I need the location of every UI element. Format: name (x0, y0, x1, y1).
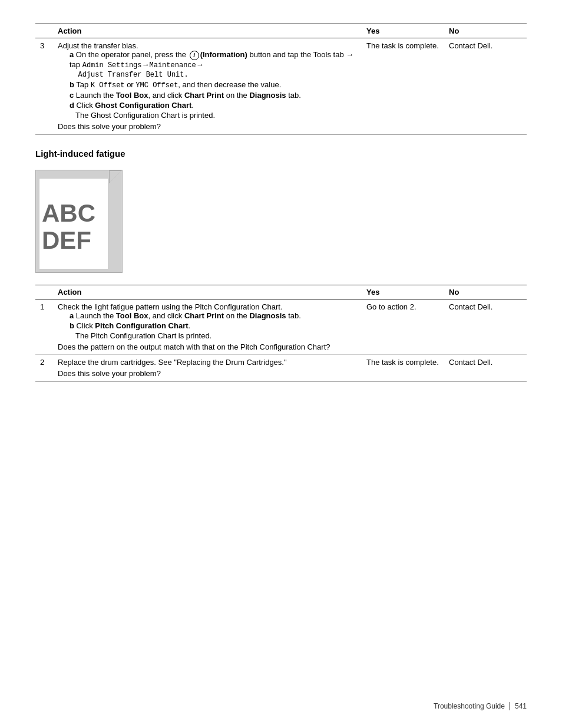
table2-header-action: Action (53, 285, 362, 299)
table1-header-yes: Yes (362, 24, 444, 38)
action-a-text: On the operator panel, press the (76, 50, 189, 59)
table1-header-num (35, 24, 53, 38)
doc-paper: ABC DEF (35, 170, 123, 273)
row-number: 1 (35, 299, 53, 354)
does-solve-text: Does the pattern on the output match wit… (58, 342, 357, 351)
launch-text: Launch the (76, 311, 116, 320)
table2-header-num (35, 285, 53, 299)
chart-print-bold: Chart Print (184, 311, 224, 320)
action-b: b Click Pitch Configuration Chart. (70, 321, 357, 330)
row-number: 3 (35, 38, 53, 134)
document-image: ABC DEF (35, 167, 130, 273)
row-number: 2 (35, 354, 53, 381)
step-label-b: b (70, 80, 74, 89)
row-action: Replace the drum cartridges. See "Replac… (53, 354, 362, 381)
action-d: d Click Ghost Configuration Chart. (70, 101, 357, 110)
launch-text: Launch the (76, 91, 116, 100)
information-bold: (Information) (200, 50, 247, 59)
action-main: Replace the drum cartridges. See "Replac… (58, 358, 287, 367)
period-d: . (191, 101, 194, 110)
adjust-belt-mono: Adjust Transfer Belt Unit. (78, 71, 188, 79)
admin-settings-mono: Admin Settings (82, 61, 142, 70)
does-solve-text: Does this solve your problem? (58, 369, 357, 378)
click-text: Click (77, 321, 95, 330)
click-text: , and click (148, 311, 184, 320)
row-yes: Go to action 2. (362, 299, 444, 354)
tab-text: tab. (286, 311, 301, 320)
chart-print-bold: Chart Print (184, 91, 224, 100)
row-action: Check the light fatigue pattern using th… (53, 299, 362, 354)
k-offset-mono: K Offset (91, 81, 125, 90)
step-label-b: b (70, 321, 74, 330)
step-label-d: d (70, 101, 74, 110)
table1-header-action: Action (53, 24, 362, 38)
table2-header-no: No (444, 285, 527, 299)
page-content: Action Yes No 3 Adjust the transfer bias… (0, 0, 562, 431)
doc-text: ABC DEF (42, 200, 95, 254)
page-footer: Troubleshooting Guide 541 (434, 702, 527, 710)
step-label-c: c (70, 91, 74, 100)
info-icon: i (190, 51, 199, 60)
table1-header-no: No (444, 24, 527, 38)
click-text-d: Click (77, 101, 95, 110)
tap-text: Tap (76, 80, 91, 89)
on-the-text: on the (224, 311, 249, 320)
section-heading: Light-induced fatigue (35, 149, 527, 159)
diagnosis-bold: Diagnosis (249, 91, 286, 100)
action-c: c Launch the Tool Box, and click Chart P… (70, 91, 357, 100)
toolbox-bold: Tool Box (116, 311, 148, 320)
maintenance-mono: Maintenance (150, 61, 196, 70)
table-row: 1 Check the light fatigue pattern using … (35, 299, 527, 354)
decrease-text: , and then decrease the value. (178, 80, 281, 89)
table-row: 2 Replace the drum cartridges. See "Repl… (35, 354, 527, 381)
row-yes: The task is complete. (362, 38, 444, 134)
footer-text: Troubleshooting Guide (434, 702, 505, 710)
diagnosis-bold: Diagnosis (249, 311, 286, 320)
ghost-printed-text: The Ghost Configuration Chart is printed… (75, 111, 357, 120)
ymc-offset-mono: YMC Offset (135, 81, 178, 90)
click-text: , and click (148, 91, 184, 100)
table2: Action Yes No 1 Check the light fatigue … (35, 285, 527, 381)
footer-separator (510, 702, 510, 710)
table1: Action Yes No 3 Adjust the transfer bias… (35, 24, 527, 134)
table-row: 3 Adjust the transfer bias. a On the ope… (35, 38, 527, 134)
step-label-a: a (70, 311, 74, 320)
action-a: a On the operator panel, press the i(Inf… (70, 50, 357, 79)
ghost-config-bold: Ghost Configuration Chart (95, 101, 191, 110)
doc-corner-white (110, 171, 121, 183)
pitch-printed-text: The Pitch Configuration Chart is printed… (75, 331, 357, 340)
period-b: . (189, 321, 191, 330)
action-main: Check the light fatigue pattern using th… (58, 302, 283, 311)
pitch-config-bold: Pitch Configuration Chart (95, 321, 188, 330)
action-main: Adjust the transfer bias. (58, 41, 138, 50)
page-number: 541 (515, 702, 527, 710)
row-yes: The task is complete. (362, 354, 444, 381)
doc-line1: ABC (42, 200, 95, 227)
row-action: Adjust the transfer bias. a On the opera… (53, 38, 362, 134)
row-no: Contact Dell. (444, 354, 527, 381)
row-no: Contact Dell. (444, 299, 527, 354)
toolbox-bold: Tool Box (116, 91, 148, 100)
on-the-text: on the (224, 91, 249, 100)
step-label: a (70, 50, 74, 59)
tab-text: tab. (286, 91, 301, 100)
row-no: Contact Dell. (444, 38, 527, 134)
doc-line2: DEF (42, 227, 95, 254)
or-text: or (125, 80, 136, 89)
does-solve-text: Does this solve your problem? (58, 122, 357, 131)
action-a: a Launch the Tool Box, and click Chart P… (70, 311, 357, 320)
table2-header-yes: Yes (362, 285, 444, 299)
action-b: b Tap K Offset or YMC Offset, and then d… (70, 80, 357, 90)
